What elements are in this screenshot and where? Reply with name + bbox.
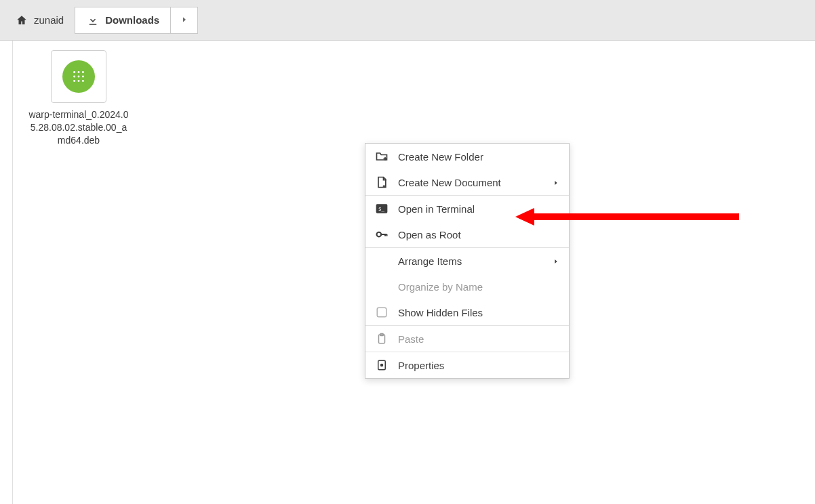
breadcrumb-next[interactable] (171, 7, 198, 34)
svg-point-5 (82, 76, 84, 78)
path-bar: zunaid Downloads (0, 0, 815, 41)
properties-icon (375, 358, 389, 372)
svg-text:$_: $_ (378, 206, 385, 212)
checkbox-icon (375, 306, 389, 319)
svg-point-0 (73, 71, 75, 73)
deb-package-icon (62, 60, 95, 93)
clipboard-icon (375, 332, 389, 345)
menu-open-root[interactable]: Open as Root (365, 222, 569, 247)
download-icon (86, 14, 100, 27)
svg-point-4 (78, 76, 80, 78)
svg-point-2 (82, 71, 84, 73)
chevron-right-icon (553, 255, 559, 267)
menu-open-terminal[interactable]: $_ Open in Terminal (365, 196, 569, 222)
svg-point-8 (82, 80, 84, 82)
chevron-right-icon (553, 177, 559, 188)
blank-icon (375, 254, 389, 268)
menu-show-hidden[interactable]: Show Hidden Files (365, 299, 569, 325)
menu-arrange-items[interactable]: Arrange Items (365, 248, 569, 274)
menu-label: Properties (398, 360, 444, 371)
svg-point-3 (73, 76, 75, 78)
menu-label: Organize by Name (398, 281, 483, 293)
svg-rect-12 (377, 308, 386, 317)
menu-paste: Paste (365, 326, 569, 352)
breadcrumb-current-label: Downloads (105, 14, 159, 26)
terminal-icon: $_ (375, 202, 389, 215)
menu-properties[interactable]: Properties (365, 352, 569, 378)
file-icon (51, 50, 106, 103)
menu-create-folder[interactable]: Create New Folder (365, 144, 569, 169)
svg-point-7 (78, 80, 80, 82)
menu-label: Create New Folder (398, 151, 483, 163)
menu-label: Arrange Items (398, 255, 462, 267)
context-menu: Create New Folder Create New Document $_… (365, 143, 570, 379)
svg-point-16 (381, 364, 383, 366)
home-icon (15, 14, 28, 27)
menu-label: Show Hidden Files (398, 307, 483, 318)
menu-organize-by-name: Organize by Name (365, 274, 569, 299)
new-folder-icon (375, 150, 389, 163)
menu-label: Create New Document (398, 177, 501, 188)
menu-label: Open in Terminal (398, 203, 475, 215)
svg-point-1 (78, 71, 80, 73)
svg-point-6 (73, 80, 75, 82)
chevron-right-icon (180, 14, 188, 26)
new-document-icon (375, 175, 389, 189)
breadcrumb-home-label: zunaid (34, 14, 64, 26)
menu-create-document[interactable]: Create New Document (365, 169, 569, 195)
key-icon (375, 228, 389, 241)
svg-point-11 (377, 232, 382, 237)
file-item[interactable]: warp-terminal_0.2024.05.28.08.02.stable.… (28, 50, 130, 147)
menu-label: Paste (398, 333, 424, 345)
breadcrumb-current[interactable]: Downloads (75, 7, 171, 34)
blank-icon (375, 280, 389, 293)
file-name-label: warp-terminal_0.2024.05.28.08.02.stable.… (28, 108, 130, 147)
menu-label: Open as Root (398, 229, 461, 240)
breadcrumb-home[interactable]: zunaid (4, 7, 75, 34)
